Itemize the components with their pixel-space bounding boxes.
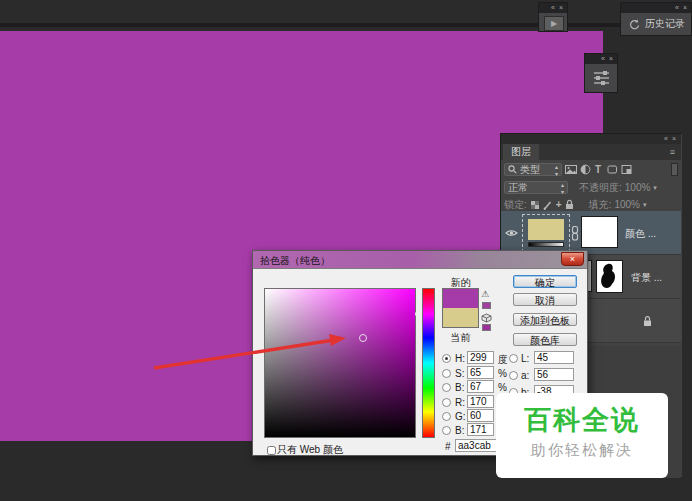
blend-mode-dropdown[interactable]: 正常 ▴▾ xyxy=(504,181,568,194)
layer-mask-thumbnail[interactable] xyxy=(581,216,618,248)
r-input[interactable] xyxy=(467,395,494,408)
s-input[interactable] xyxy=(467,366,494,379)
properties-panel-collapsed: « × xyxy=(584,53,618,93)
dialog-close-button[interactable]: × xyxy=(561,252,584,266)
collapse-panel-icon[interactable]: « xyxy=(675,4,680,11)
close-panel-icon[interactable]: × xyxy=(683,4,688,11)
history-panel-label[interactable]: 历史记录 xyxy=(645,17,685,31)
radio-h[interactable] xyxy=(442,354,451,363)
lock-transparency-icon[interactable] xyxy=(530,200,540,210)
filter-smart-object-icon[interactable] xyxy=(621,164,632,175)
filter-adjustment-layers-icon[interactable] xyxy=(580,164,591,175)
panel-menu-icon[interactable]: ≡ xyxy=(670,147,675,157)
layer-filter-dropdown[interactable]: 类型 ▴▾ xyxy=(504,163,562,176)
spinner-icon: ▴▾ xyxy=(561,181,564,195)
play-icon: ▶ xyxy=(551,19,557,28)
tab-layers[interactable]: 图层 xyxy=(503,144,539,160)
hue-slider-marker-left[interactable] xyxy=(415,311,421,317)
b2-input[interactable] xyxy=(467,423,494,436)
color-field[interactable] xyxy=(264,288,416,438)
cancel-button[interactable]: 取消 xyxy=(513,293,577,306)
r-label: R: xyxy=(455,397,465,408)
radio-b[interactable] xyxy=(442,383,451,392)
s-label: S: xyxy=(455,368,464,379)
layer-filter-row: 类型 ▴▾ T xyxy=(501,161,681,178)
lock-all-icon[interactable] xyxy=(565,199,574,210)
radio-r[interactable] xyxy=(442,398,451,407)
search-icon xyxy=(508,165,517,174)
a-input[interactable] xyxy=(534,368,574,381)
layer-name[interactable]: 背景 ... xyxy=(631,271,662,285)
collapse-panel-icon[interactable]: « xyxy=(664,135,669,142)
ok-button[interactable]: 确定 xyxy=(513,275,577,288)
radio-s[interactable] xyxy=(442,369,451,378)
fill-layer-thumbnail[interactable] xyxy=(528,219,564,240)
l-input[interactable] xyxy=(534,351,574,364)
hex-prefix-label: # xyxy=(445,441,451,452)
properties-icon[interactable] xyxy=(593,70,610,90)
b-input[interactable] xyxy=(467,380,494,393)
hue-slider[interactable] xyxy=(422,288,435,438)
watermark-subtitle: 助你轻松解决 xyxy=(496,441,668,460)
current-color-label: 当前 xyxy=(442,331,479,345)
mask-blob xyxy=(597,261,622,292)
layer-lock-icon xyxy=(643,315,652,327)
opacity-label: 不透明度: xyxy=(579,181,622,195)
b-unit: % xyxy=(498,382,507,393)
layer-mask-thumbnail[interactable] xyxy=(596,260,623,293)
layer-mask-link-icon[interactable] xyxy=(571,226,579,241)
gamut-closest-swatch[interactable] xyxy=(482,302,491,309)
close-panel-icon[interactable]: × xyxy=(559,4,564,11)
visibility-eye-icon[interactable] xyxy=(505,228,518,238)
filter-toggle[interactable] xyxy=(671,163,678,176)
web-safe-cube-icon[interactable] xyxy=(481,313,492,323)
radio-b2[interactable] xyxy=(442,426,451,435)
color-libraries-button[interactable]: 颜色库 xyxy=(513,333,577,346)
g-input[interactable] xyxy=(467,409,494,422)
fill-value[interactable]: 100% xyxy=(614,199,640,210)
layer-row-color-fill[interactable]: 颜色 ... xyxy=(501,211,681,255)
layer-name[interactable]: 颜色 ... xyxy=(625,227,656,241)
h-input[interactable] xyxy=(467,351,494,364)
color-sample-ring[interactable] xyxy=(359,334,367,342)
l-label: L: xyxy=(521,353,529,364)
h-unit: 度 xyxy=(498,353,508,367)
a-label: a: xyxy=(521,370,529,381)
close-icon: × xyxy=(570,254,575,264)
layers-tab-bar: 图层 ≡ xyxy=(501,144,681,160)
filter-shape-layers-icon[interactable] xyxy=(607,164,618,175)
photoshop-workspace: « × ▶ « × 历史记录 « × xyxy=(0,0,692,501)
s-unit: % xyxy=(498,368,507,379)
close-panel-icon[interactable]: × xyxy=(672,135,677,142)
close-panel-icon[interactable]: × xyxy=(609,55,614,62)
dropdown-icon[interactable]: ▾ xyxy=(643,201,647,209)
actions-panel-collapsed: « × ▶ xyxy=(538,2,568,32)
radio-a[interactable] xyxy=(509,371,518,380)
lock-label: 锁定: xyxy=(504,198,527,212)
b-label: B: xyxy=(455,382,464,393)
radio-l[interactable] xyxy=(509,354,518,363)
application-top-bar xyxy=(0,0,692,27)
collapse-panel-icon[interactable]: « xyxy=(601,55,606,62)
collapse-panel-icon[interactable]: « xyxy=(551,4,556,11)
history-panel-collapsed: « × 历史记录 xyxy=(620,2,692,36)
lock-pixels-brush-icon[interactable] xyxy=(543,200,553,210)
add-to-swatches-button[interactable]: 添加到色板 xyxy=(513,313,577,326)
dropdown-icon[interactable]: ▾ xyxy=(653,184,657,192)
svg-text:T: T xyxy=(595,164,601,175)
play-action-button[interactable]: ▶ xyxy=(544,16,564,31)
filter-type-layers-icon[interactable]: T xyxy=(594,164,604,175)
watermark-title: 百科全说 xyxy=(496,402,668,438)
web-safe-swatch[interactable] xyxy=(482,324,491,331)
blend-mode-row: 正常 ▴▾ 不透明度: 100% ▾ xyxy=(501,179,681,196)
gamut-warning-icon[interactable]: ⚠ xyxy=(481,289,489,299)
web-colors-only-checkbox[interactable] xyxy=(267,446,276,455)
watermark-card: 百科全说 助你轻松解决 xyxy=(496,393,668,478)
filter-pixel-layers-icon[interactable] xyxy=(565,164,577,175)
radio-g[interactable] xyxy=(442,412,451,421)
lock-position-move-icon[interactable]: + xyxy=(556,199,562,210)
opacity-value[interactable]: 100% xyxy=(625,182,651,193)
dialog-title-bar[interactable]: 拾色器（纯色） × xyxy=(253,251,587,269)
h-label: H: xyxy=(455,353,465,364)
history-icon xyxy=(627,18,640,31)
